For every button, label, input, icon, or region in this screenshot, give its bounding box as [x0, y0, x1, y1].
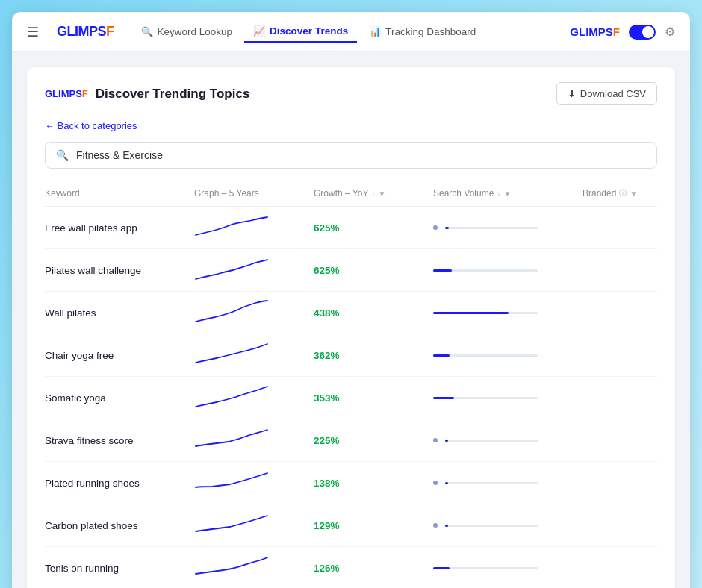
table-row: Pilates wall challenge 625%	[45, 249, 657, 292]
col-branded: Branded ⓘ ▼	[583, 188, 690, 198]
keyword-cell: Strava fitness score	[45, 435, 194, 446]
volume-filter-icon[interactable]: ▼	[503, 190, 511, 198]
dashboard-icon: 📊	[369, 26, 381, 37]
keyword-cell: Carbon plated shoes	[45, 520, 194, 531]
page-title: Discover Trending Topics	[96, 87, 250, 101]
table-row: Plated running shoes 138%	[45, 462, 657, 504]
graph-cell	[194, 554, 314, 581]
graph-cell	[194, 257, 314, 284]
search-value: Fitness & Exercise	[76, 149, 163, 161]
table-body: Free wall pilates app 625% Pilates wall …	[45, 207, 657, 588]
keyword-cell: Tenis on running	[45, 563, 194, 574]
trend-icon: 📈	[253, 25, 265, 37]
nav-keyword-lookup[interactable]: 🔍 Keyword Lookup	[132, 22, 242, 42]
keywords-table: Keyword Graph – 5 Years Growth – YoY ↓ ▼…	[45, 184, 657, 588]
volume-cell	[433, 312, 583, 314]
search-icon: 🔍	[141, 26, 153, 37]
nav-tracking-dashboard[interactable]: 📊 Tracking Dashboard	[360, 22, 485, 42]
volume-cell	[433, 567, 583, 569]
hamburger-icon[interactable]: ☰	[27, 24, 39, 40]
growth-cell: 353%	[314, 392, 433, 404]
volume-sort-icon[interactable]: ↓	[497, 190, 500, 198]
col-keyword: Keyword	[45, 188, 194, 198]
table-row: Carbon plated shoes 129%	[45, 504, 657, 547]
keyword-cell: Pilates wall challenge	[45, 265, 194, 276]
card-header: GLIMPSF Discover Trending Topics ⬇ Downl…	[45, 82, 657, 105]
keyword-cell: Wall pilates	[45, 307, 194, 319]
download-csv-button[interactable]: ⬇ Download CSV	[556, 82, 657, 105]
growth-sort-icon[interactable]: ↓	[371, 190, 375, 198]
top-nav: ☰ GLIMPSF 🔍 Keyword Lookup 📈 Discover Tr…	[12, 12, 690, 52]
volume-cell	[433, 523, 583, 528]
branded-info-icon: ⓘ	[619, 188, 627, 198]
back-to-categories-link[interactable]: ← Back to categories	[45, 120, 137, 131]
growth-cell: 438%	[314, 307, 433, 319]
table-row: Strava fitness score 225%	[45, 419, 657, 462]
nav-right-logo: GLIMPSF	[570, 25, 620, 38]
nav-discover-trends[interactable]: 📈 Discover Trends	[244, 21, 357, 43]
table-row: Free wall pilates app 625%	[45, 207, 657, 249]
volume-cell	[433, 269, 583, 272]
nav-right: GLIMPSF ⚙	[570, 25, 675, 40]
col-growth: Growth – YoY ↓ ▼	[314, 188, 433, 198]
growth-cell: 138%	[314, 478, 433, 489]
graph-cell	[194, 342, 314, 369]
card-logo: GLIMPSF	[45, 88, 88, 99]
volume-cell	[433, 438, 583, 442]
card-title-row: GLIMPSF Discover Trending Topics	[45, 87, 249, 101]
growth-cell: 362%	[314, 350, 433, 361]
keyword-cell: Chair yoga free	[45, 350, 194, 361]
table-row: Tenis on running 126%	[45, 547, 657, 588]
volume-cell	[433, 397, 583, 399]
graph-cell	[194, 214, 314, 241]
graph-cell	[194, 299, 314, 326]
graph-cell	[194, 469, 314, 496]
keyword-cell: Plated running shoes	[45, 478, 194, 489]
content-card: GLIMPSF Discover Trending Topics ⬇ Downl…	[27, 67, 675, 588]
download-icon: ⬇	[568, 88, 576, 99]
col-volume: Search Volume ↓ ▼	[433, 188, 583, 198]
growth-cell: 225%	[314, 435, 433, 446]
table-row: Wall pilates 438%	[45, 292, 657, 334]
gear-icon[interactable]: ⚙	[665, 25, 675, 39]
graph-cell	[194, 384, 314, 411]
col-graph: Graph – 5 Years	[194, 188, 314, 198]
theme-toggle[interactable]	[629, 25, 656, 40]
table-row: Somatic yoga 353%	[45, 377, 657, 419]
growth-cell: 625%	[314, 222, 433, 234]
search-icon: 🔍	[56, 149, 69, 161]
volume-cell	[433, 225, 583, 230]
branded-filter-icon[interactable]: ▼	[630, 190, 637, 198]
growth-cell: 625%	[314, 265, 433, 276]
graph-cell	[194, 512, 314, 539]
volume-cell	[433, 354, 583, 357]
keyword-cell: Somatic yoga	[45, 392, 194, 404]
keyword-cell: Free wall pilates app	[45, 222, 194, 234]
volume-cell	[433, 481, 583, 485]
nav-logo: GLIMPSF	[57, 24, 114, 40]
search-bar[interactable]: 🔍 Fitness & Exercise	[45, 142, 657, 169]
nav-items: 🔍 Keyword Lookup 📈 Discover Trends 📊 Tra…	[132, 21, 553, 43]
table-row: Chair yoga free 362%	[45, 334, 657, 377]
growth-filter-icon[interactable]: ▼	[378, 190, 385, 198]
graph-cell	[194, 427, 314, 454]
growth-cell: 129%	[314, 520, 433, 531]
table-header: Keyword Graph – 5 Years Growth – YoY ↓ ▼…	[45, 184, 657, 207]
main-content: GLIMPSF Discover Trending Topics ⬇ Downl…	[12, 52, 690, 588]
growth-cell: 126%	[314, 563, 433, 574]
